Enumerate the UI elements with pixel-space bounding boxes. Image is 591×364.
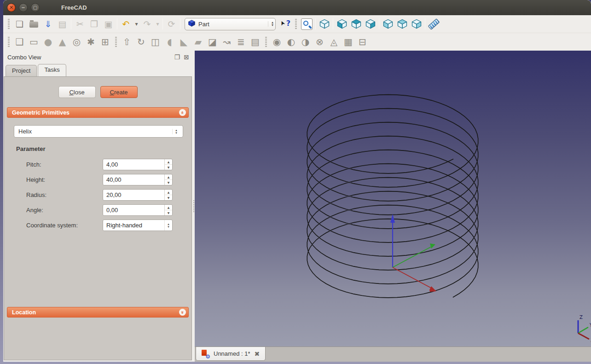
copy-icon[interactable]: ❐	[87, 17, 101, 30]
check-geometry-icon[interactable]: ◬	[327, 35, 341, 48]
window-minimize-button[interactable]: −	[19, 3, 28, 12]
float-icon[interactable]: ❐	[174, 53, 180, 61]
location-header[interactable]: Location »	[7, 307, 189, 318]
geometric-primitives-title: Geometric Primitives	[12, 110, 70, 116]
fillet-icon[interactable]: ◖	[162, 35, 177, 48]
toolbar-separator	[71, 18, 71, 29]
boolean-cut-icon[interactable]: ◐	[284, 35, 298, 48]
freecad-document-icon: ⚙	[202, 350, 209, 358]
coordinate-system-label: Coordinate system:	[26, 222, 103, 229]
torus-icon[interactable]: ◎	[70, 35, 84, 48]
whats-this-icon[interactable]: ➤?	[278, 17, 292, 30]
primitive-type-select[interactable]: Helix ▴▾	[14, 125, 183, 138]
corner-axis-z-label: Z	[579, 315, 583, 320]
angle-value: 0,00	[103, 205, 164, 215]
cylinder-icon[interactable]: ▭	[27, 35, 41, 48]
close-button[interactable]: Close	[58, 86, 96, 98]
angle-label: Angle:	[26, 207, 103, 214]
box-icon[interactable]: ❑	[12, 35, 27, 48]
redo-dropdown-icon[interactable]: ▾	[154, 17, 161, 30]
pitch-input[interactable]: 4,00▲▼	[103, 159, 173, 170]
redo-icon[interactable]: ↷	[140, 17, 154, 30]
expand-section-icon[interactable]: »	[179, 309, 186, 316]
cone-icon[interactable]: ▲	[55, 35, 70, 48]
document-tab[interactable]: ⚙ Unnamed : 1* ✖	[196, 347, 266, 361]
geometric-primitives-header[interactable]: Geometric Primitives «	[7, 107, 189, 118]
combo-arrows-icon: ▴▾	[172, 129, 180, 134]
view-top-icon[interactable]	[349, 17, 363, 30]
toolbar-handle[interactable]	[8, 37, 10, 47]
undo-icon[interactable]: ↶	[119, 17, 133, 30]
radius-input[interactable]: 20,00▲▼	[103, 189, 173, 201]
angle-spin-buttons[interactable]: ▲▼	[164, 205, 172, 215]
save-icon[interactable]: ⇓	[41, 17, 55, 30]
create-button[interactable]: Create	[100, 86, 138, 98]
revolve-icon[interactable]: ↻	[134, 35, 148, 48]
view-right-icon[interactable]	[363, 17, 377, 30]
make-face-icon[interactable]: ▰	[191, 35, 205, 48]
tasks-pane: Close Create Geometric Primitives « Heli…	[4, 76, 192, 360]
open-document-icon[interactable]	[27, 17, 41, 30]
view-left-icon[interactable]	[409, 17, 423, 30]
window-maximize-button[interactable]: ▢	[31, 3, 40, 12]
tab-project[interactable]: Project	[6, 65, 37, 76]
close-icon[interactable]: ⊠	[184, 53, 189, 61]
document-tab-close-icon[interactable]: ✖	[255, 350, 260, 358]
y-axis	[393, 246, 432, 267]
new-document-icon[interactable]: ❏	[12, 17, 27, 30]
toolbar-handle[interactable]	[265, 37, 267, 47]
extrude-icon[interactable]: ⇧	[120, 35, 134, 48]
thickness-icon[interactable]: ▤	[248, 35, 262, 48]
pitch-row: Pitch:4,00▲▼	[26, 159, 191, 170]
pitch-label: Pitch:	[26, 161, 103, 168]
tab-tasks[interactable]: Tasks	[38, 64, 66, 76]
shape-builder-icon[interactable]: ⊞	[98, 35, 112, 48]
boolean-common-icon[interactable]: ◑	[298, 35, 313, 48]
toolbar-separator	[117, 18, 117, 29]
defeaturing-icon[interactable]: ▦	[341, 35, 355, 48]
boolean-section-icon[interactable]: ⊗	[313, 35, 327, 48]
location-title: Location	[12, 309, 36, 316]
collapse-section-icon[interactable]: «	[179, 109, 186, 116]
coordinate-system-select[interactable]: Right-handed▴▾	[103, 220, 173, 231]
boolean-union-icon[interactable]: ◉	[270, 35, 284, 48]
undo-dropdown-icon[interactable]: ▾	[133, 17, 140, 30]
toolbar-separator	[333, 18, 333, 29]
height-input[interactable]: 40,00▲▼	[103, 174, 173, 185]
task-buttons: Close Create	[4, 86, 191, 98]
refresh-icon[interactable]: ⟳	[164, 17, 179, 30]
window-close-button[interactable]: ✕	[7, 3, 16, 12]
print-icon[interactable]: ▤	[55, 17, 70, 30]
toolbar-handle[interactable]	[115, 37, 117, 47]
view-rear-icon[interactable]	[381, 17, 395, 30]
sweep-icon[interactable]: ↝	[220, 35, 234, 48]
chamfer-icon[interactable]: ◣	[177, 35, 191, 48]
toolbar-handle[interactable]	[8, 19, 10, 29]
ruled-surface-icon[interactable]: ◪	[205, 35, 220, 48]
desktop: { "window": { "title": "FreeCAD", "contr…	[0, 0, 591, 364]
paste-icon[interactable]: ▣	[101, 17, 116, 30]
cursor-icon: ➤	[278, 19, 286, 27]
3d-viewport[interactable]: Z Y X	[195, 51, 591, 347]
toolbar-handle[interactable]	[295, 19, 297, 29]
measure-distance-icon[interactable]	[427, 17, 441, 30]
pitch-spin-buttons[interactable]: ▲▼	[164, 159, 172, 170]
loft-icon[interactable]: ≣	[234, 35, 248, 48]
radius-label: Radius:	[26, 191, 103, 198]
angle-input[interactable]: 0,00▲▼	[103, 204, 173, 216]
toolbar-separator	[180, 18, 180, 29]
fit-all-icon[interactable]	[300, 17, 314, 30]
view-front-icon[interactable]	[335, 17, 349, 30]
height-spin-buttons[interactable]: ▲▼	[164, 174, 172, 185]
workbench-selector[interactable]: Part▴▾	[185, 18, 276, 30]
sphere-icon[interactable]: ●	[41, 35, 55, 48]
mirror-icon[interactable]: ◫	[148, 35, 162, 48]
height-value: 40,00	[103, 174, 164, 185]
create-primitives-icon[interactable]: ✱	[84, 35, 98, 48]
view-bottom-icon[interactable]	[395, 17, 409, 30]
view-axonometric-icon[interactable]	[317, 17, 331, 30]
cut-icon[interactable]: ✂	[73, 17, 87, 30]
cross-sections-icon[interactable]: ⊟	[355, 35, 370, 48]
radius-spin-buttons[interactable]: ▲▼	[164, 190, 172, 200]
coordinate-system-spin-buttons[interactable]: ▴▾	[164, 220, 172, 231]
